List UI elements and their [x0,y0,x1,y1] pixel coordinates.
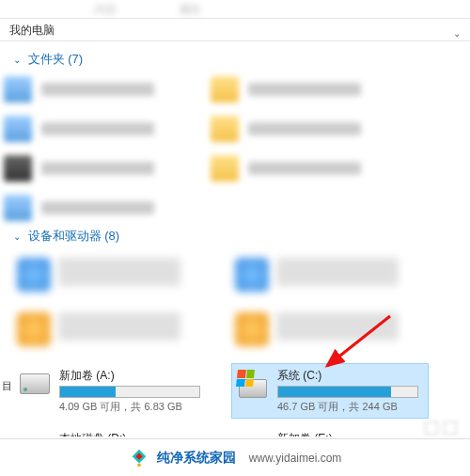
windows-logo-icon [236,370,255,387]
cloud-drive-icon [17,258,51,292]
drive-label: 新加卷 (A:) [59,368,206,384]
drive-label [58,258,180,286]
drive-item-blurred[interactable] [13,254,211,301]
drive-label [276,312,399,341]
explorer-content: ⌄ 文件夹 (7) [0,41,470,436]
brand-logo-icon [129,448,149,468]
system-drive-icon [236,368,270,400]
drive-item-blurred[interactable] [231,254,429,301]
hdd-icon [18,368,52,400]
section-drives-header[interactable]: ⌄ 设备和驱动器 (8) [0,224,470,250]
drives-grid: 新加卷 (A:) 4.09 GB 可用，共 6.83 GB [0,250,470,436]
svg-point-0 [137,463,141,467]
breadcrumb-path: 我的电脑 [9,24,55,37]
folder-label [41,83,154,96]
drive-label [58,312,180,341]
folder-label [248,162,361,175]
chevron-down-icon: ⌄ [13,55,21,65]
hdd-icon [236,431,270,436]
folder-label [41,162,154,175]
hdd-icon [18,431,52,436]
drive-item-e[interactable]: 新加卷 (E:) 58.1 GB 可用，共 [231,426,429,436]
drive-free-text: 46.7 GB 可用，共 244 GB [277,400,424,414]
section-drives-title: 设备和驱动器 (8) [28,229,120,243]
folder-item[interactable] [211,73,408,105]
folder-item[interactable] [4,152,201,184]
drive-icon [235,312,269,346]
folder-label [41,122,154,135]
folder-icon [4,195,32,221]
folder-icon [4,76,32,103]
drive-usage-bar [59,386,200,398]
cloud-drive-icon [235,258,269,292]
left-marker: 目 [2,379,12,393]
folder-item[interactable] [211,113,408,145]
breadcrumb[interactable]: 我的电脑 ⌄ [0,19,470,41]
drive-label: 本地磁盘 (D:) [59,431,206,436]
drive-item-d[interactable]: 本地磁盘 (D:) 42.4 GB 可用，共 99.9 GB [13,426,211,436]
drive-free-text: 4.09 GB 可用，共 6.83 GB [59,400,206,414]
folder-icon [4,116,32,142]
section-folders-header[interactable]: ⌄ 文件夹 (7) [0,47,470,73]
folder-icon [211,76,239,103]
folder-label [248,122,361,135]
watermark: 纯净系统家园 www.yidaimei.com [0,438,470,476]
tab-properties[interactable]: 属性 [179,2,201,18]
folder-item[interactable] [4,113,201,145]
folder-item[interactable] [211,152,408,184]
drive-item-a[interactable]: 新加卷 (A:) 4.09 GB 可用，共 6.83 GB [13,363,211,419]
drive-label [276,258,399,286]
chevron-down-icon: ⌄ [13,231,21,242]
folder-icon [4,155,32,182]
folder-icon [211,155,239,182]
view-mode-icons[interactable] [425,421,457,435]
drive-item-blurred[interactable] [231,309,429,356]
section-folders-title: 文件夹 (7) [28,52,84,66]
drive-usage-bar [277,386,418,398]
drive-label: 新加卷 (E:) [277,431,424,436]
drive-usage-fill [278,387,391,397]
folder-label [248,83,361,96]
folder-item[interactable] [4,192,201,224]
watermark-url: www.yidaimei.com [249,452,342,465]
drive-label: 系统 (C:) [277,368,424,384]
folder-label [41,201,154,214]
folders-grid [0,73,470,224]
drive-usage-fill [60,387,116,397]
drive-icon [17,312,51,346]
drive-item-c[interactable]: 系统 (C:) 46.7 GB 可用，共 244 GB [231,363,429,419]
watermark-brand: 纯净系统家园 [157,450,236,467]
folder-icon [211,116,239,142]
tab-content[interactable]: 内容 [94,2,117,18]
window-toolbar: 内容 属性 [0,0,470,19]
folder-item[interactable] [4,73,201,105]
drive-item-blurred[interactable] [13,309,211,356]
